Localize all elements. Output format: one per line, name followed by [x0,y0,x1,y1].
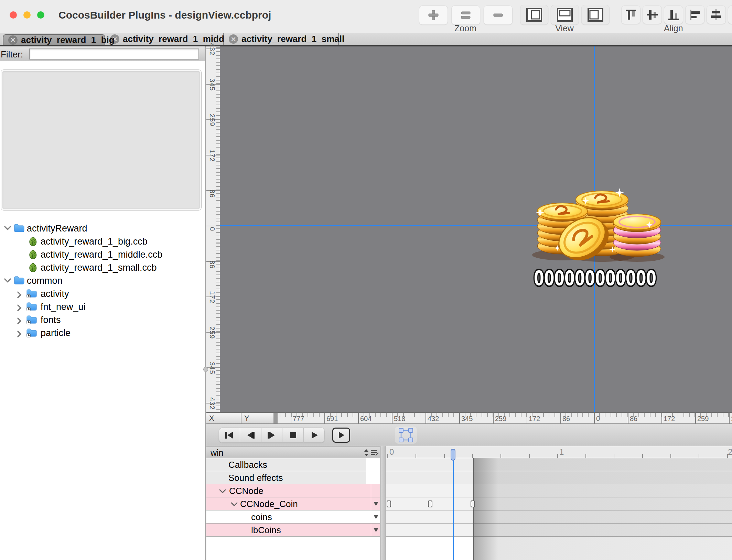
panel-splitter-handle[interactable] [203,367,208,372]
view-bottom-panel-button[interactable] [551,5,579,25]
timeline-row-ccnode[interactable]: CCNode [206,484,380,497]
tab-activity-reward-1-middle[interactable]: × activity_reward_1_middle [105,33,224,45]
ruler-number: 259 [208,109,216,131]
timeline-row-sound-effects[interactable]: Sound effects [206,471,380,484]
view-group-label: View [551,23,578,33]
y-label: Y [244,414,249,422]
right-panel-layout-icon [587,8,604,22]
align-vertical-center-button[interactable] [643,6,662,24]
playback-controls [219,428,325,443]
close-window-button[interactable] [10,11,17,19]
tree-item-fonts[interactable]: fonts [0,313,203,326]
align-bottom-icon [667,8,680,21]
timeline-row-lbcoins[interactable]: lbCoins [206,524,380,537]
ruler-number: 432 [428,415,439,423]
keyframe-marker[interactable] [428,500,432,507]
align-horizontal-center-button[interactable] [707,6,726,24]
ccb-leaf-icon [28,262,38,274]
chevron-down-icon[interactable] [3,225,12,232]
timeline-row-callbacks[interactable]: Callbacks [206,458,380,471]
row-label: CCNode [229,486,263,496]
skip-to-start-icon [224,431,234,440]
tab-label: activity_reward_1_big [21,35,115,45]
folder-icon [14,276,25,287]
animation-end-line[interactable] [473,458,474,560]
tree-item-activityReward[interactable]: activityReward [0,222,203,235]
ruler-number: 86 [562,415,570,423]
zoom-out-button[interactable] [484,6,513,25]
align-bottom-button[interactable] [664,6,683,24]
sequence-selector[interactable]: win [206,446,380,458]
view-left-panel-button[interactable] [520,5,548,25]
stop-icon [289,431,298,440]
play-icon [310,431,319,440]
timeline-splitter[interactable] [380,446,386,560]
zoom-window-button[interactable] [37,11,44,19]
stage-canvas[interactable]: 000000000000 [220,46,732,412]
tree-item-common[interactable]: common [0,274,203,287]
minus-icon [491,8,505,22]
tab-close-icon[interactable]: × [229,34,238,44]
tree-item-activity[interactable]: activity [0,287,203,300]
chevron-right-icon[interactable] [17,291,22,300]
align-left-button[interactable] [685,6,704,24]
run-in-player-button[interactable] [332,428,350,443]
view-right-panel-button[interactable] [581,5,610,25]
ruler-number: 345 [208,74,216,96]
keyframe-marker[interactable] [471,500,475,507]
skip-to-start-button[interactable] [219,428,240,443]
row-disclosure-triangle[interactable] [374,528,378,532]
step-forward-button[interactable] [261,428,283,443]
tab-activity-reward-1-big[interactable]: × activity_reward_1_big [3,34,105,45]
tree-item-label: activity [41,289,69,299]
playhead-handle[interactable] [451,449,455,461]
timeline-time-label: 2 [728,447,732,457]
chevron-right-icon[interactable] [17,330,22,340]
ruler-number: 432 [208,392,216,414]
tree-item-particle[interactable]: particle [0,326,203,340]
tree-item-label: activity_reward_1_big.ccb [41,236,148,247]
step-back-button[interactable] [240,428,261,443]
coin-stacks-sprite[interactable] [530,180,666,266]
minimize-window-button[interactable] [23,11,31,19]
chevron-down-icon[interactable] [219,489,226,494]
sequence-menu-icon[interactable] [370,449,379,457]
coin-counter-label[interactable]: 000000000000 [530,266,660,291]
align-top-button[interactable] [621,6,640,24]
chevron-right-icon[interactable] [17,317,22,326]
stepper-arrows-icon[interactable] [363,449,370,457]
zoom-reset-button[interactable] [451,6,480,25]
tree-item-activity-reward-1-middle-ccb[interactable]: activity_reward_1_middle.ccb [0,248,203,261]
tree-item-fnt-new-ui[interactable]: fnt_new_ui [0,300,203,313]
align-right-button[interactable] [728,6,732,24]
tab-activity-reward-1-small[interactable]: × activity_reward_1_small [224,33,339,45]
ruler-number: 777 [293,415,304,423]
ruler-number: 259 [495,415,506,423]
zoom-in-button[interactable] [419,6,448,25]
tree-item-activity-reward-1-small-ccb[interactable]: activity_reward_1_small.ccb [0,261,203,274]
tree-item-label: activityReward [27,223,87,234]
ruler-number: 432 [208,38,216,60]
timeline-ruler[interactable]: 0 1 2 [386,446,732,458]
timeline-row-ccnode-coin[interactable]: CCNode_Coin [206,497,380,510]
chevron-right-icon[interactable] [17,304,22,313]
keyframe-marker[interactable] [387,500,391,507]
filter-input[interactable] [29,49,199,60]
step-forward-icon [267,431,277,440]
row-disclosure-triangle[interactable] [374,515,378,519]
folder-alias-icon [26,315,37,326]
chevron-down-icon[interactable] [3,278,12,284]
y-coordinate-box: Y [241,413,274,423]
play-button[interactable] [304,428,325,443]
folder-alias-icon [26,289,37,300]
chevron-down-icon[interactable] [230,502,238,507]
resource-preview-box [1,70,201,210]
tab-close-icon[interactable]: × [8,35,18,45]
align-top-icon [624,8,637,21]
stop-button[interactable] [282,428,304,443]
timeline-row-coins[interactable]: coins [206,510,380,524]
play-framed-icon [337,431,345,439]
row-disclosure-triangle[interactable] [374,502,378,506]
tree-item-activity-reward-1-big-ccb[interactable]: activity_reward_1_big.ccb [0,235,203,248]
selection-handles-button[interactable] [395,427,417,444]
